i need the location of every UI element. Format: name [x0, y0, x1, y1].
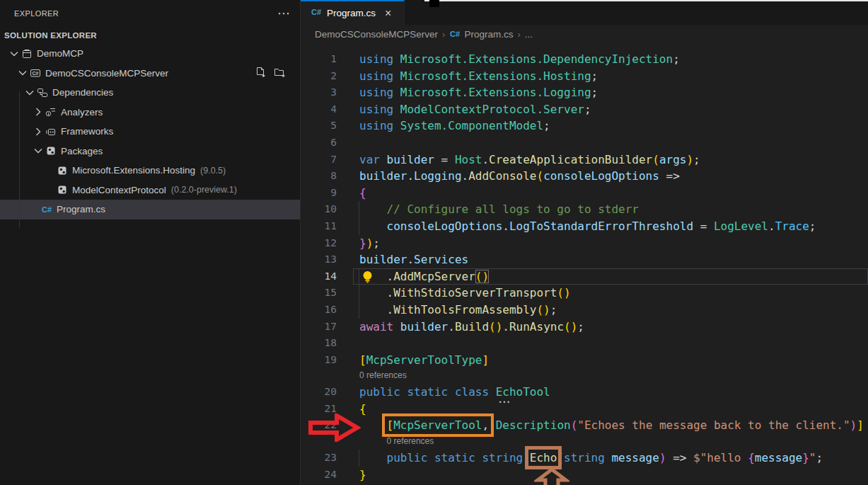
- line-number: 16: [301, 302, 337, 319]
- more-actions-icon[interactable]: ⋯: [277, 10, 290, 17]
- chevron-down-icon: [24, 87, 35, 98]
- breadcrumb: DemoCSConsoleMCPServer›C#Program.cs›...: [301, 25, 868, 43]
- codelens-references[interactable]: 0 references: [301, 434, 868, 450]
- tree-item-microsoft-extensions-hosting[interactable]: Microsoft.Extensions.Hosting(9.0.5): [0, 161, 300, 181]
- package-version: (9.0.5): [200, 166, 226, 176]
- line-number: 23: [301, 450, 337, 467]
- code-line-content: consoleLogOptions.LogToStandardErrorThre…: [359, 218, 816, 235]
- window-top-edge: [424, 0, 868, 1]
- line-number: 10: [301, 201, 337, 218]
- tree-item-program-cs[interactable]: C#Program.cs: [0, 200, 300, 219]
- tree-item-label: Packages: [61, 146, 103, 156]
- line-number: 3: [301, 84, 337, 101]
- code-line-content: using Microsoft.Extensions.DependencyInj…: [359, 51, 680, 68]
- chevron-down-icon: [8, 48, 20, 59]
- code-line-3[interactable]: 3using Microsoft.Extensions.Logging;: [301, 84, 868, 101]
- lightbulb-icon[interactable]: [361, 270, 374, 283]
- code-line-content: });: [359, 235, 380, 252]
- code-line-21[interactable]: 21{: [301, 401, 868, 418]
- code-line-24[interactable]: 24}: [301, 467, 868, 484]
- new-folder-button[interactable]: [273, 67, 286, 80]
- explorer-sidebar: EXPLORER ⋯ SOLUTION EXPLORER DemoMCPC#De…: [0, 0, 301, 485]
- codelens-references[interactable]: 0 references: [301, 368, 868, 384]
- line-number: 4: [301, 101, 337, 118]
- code-line-17[interactable]: 17await builder.Build().RunAsync();: [301, 319, 868, 336]
- code-line-10[interactable]: 10 // Configure all logs to go to stderr: [301, 201, 868, 218]
- code-line-content: builder.Services: [359, 251, 468, 268]
- code-line-12[interactable]: 12});: [301, 235, 868, 252]
- code-line-content: builder.Logging.AddConsole(consoleLogOpt…: [359, 168, 680, 185]
- tree-item-demomcp[interactable]: DemoMCP: [0, 44, 300, 64]
- code-line-18[interactable]: 18: [301, 335, 868, 352]
- code-line-content: using Microsoft.Extensions.Hosting;: [359, 68, 598, 85]
- indent-guide: [359, 268, 359, 285]
- tab-label: Program.cs: [327, 8, 376, 18]
- chevron-down-icon[interactable]: [31, 145, 45, 156]
- orange-box-annotation: [McpServerTool,: [387, 418, 490, 432]
- line-number: 7: [301, 152, 337, 169]
- chevron-down-icon[interactable]: [23, 87, 37, 98]
- tree-item-label: Dependencies: [52, 87, 113, 98]
- chevron-down-icon[interactable]: [16, 67, 30, 79]
- line-number: 19: [301, 352, 337, 369]
- chevron-right-icon[interactable]: [31, 126, 45, 137]
- csharp-icon: C#: [449, 28, 461, 40]
- code-line-8[interactable]: 8builder.Logging.AddConsole(consoleLogOp…: [301, 168, 868, 185]
- breadcrumb-item[interactable]: DemoCSConsoleMCPServer: [315, 29, 438, 40]
- chevron-down-icon[interactable]: [7, 48, 21, 59]
- tree-item-analyzers[interactable]: Analyzers: [0, 103, 300, 122]
- breadcrumb-item[interactable]: C#Program.cs: [449, 28, 513, 40]
- code-line-5[interactable]: 5using System.ComponentModel;: [301, 118, 868, 135]
- line-number: 5: [301, 118, 337, 135]
- tab-program-cs[interactable]: C# Program.cs ×: [301, 0, 405, 25]
- code-line-16[interactable]: 16 .WithToolsFromAssembly();: [301, 302, 868, 319]
- tree-item-packages[interactable]: Packages: [0, 142, 300, 161]
- code-editor[interactable]: 1using Microsoft.Extensions.DependencyIn…: [301, 43, 868, 485]
- code-line-content: public static string Echo(string message…: [359, 450, 823, 467]
- breadcrumb-item[interactable]: ...: [525, 29, 533, 40]
- package-icon: [57, 184, 68, 195]
- code-line-7[interactable]: 7var builder = Host.CreateApplicationBui…: [301, 152, 868, 169]
- tree-item-label: DemoCSConsoleMCPServer: [45, 68, 168, 79]
- code-line-1[interactable]: 1using Microsoft.Extensions.DependencyIn…: [301, 51, 868, 68]
- code-line-2[interactable]: 2using Microsoft.Extensions.Hosting;: [301, 68, 868, 85]
- code-line-15[interactable]: 15 .WithStdioServerTransport(): [301, 285, 868, 302]
- tan-up-arrow-annotation: [534, 468, 569, 485]
- tree-item-label: Analyzers: [61, 107, 103, 118]
- tree-item-label: Frameworks: [61, 126, 113, 137]
- close-icon[interactable]: ×: [385, 7, 391, 20]
- solution-explorer-section-header[interactable]: SOLUTION EXPLORER: [0, 27, 300, 44]
- indent-guide: [359, 302, 359, 319]
- tree-item-democsconsolemcpserver[interactable]: C#DemoCSConsoleMCPServer: [0, 64, 300, 84]
- code-line-23[interactable]: 23 public static string Echo(string mess…: [301, 450, 868, 467]
- solution-tree: DemoMCPC#DemoCSConsoleMCPServerDependenc…: [0, 44, 300, 219]
- tree-item-modelcontextprotocol[interactable]: ModelContextProtocol(0.2.0-preview.1): [0, 181, 300, 200]
- csharp-icon: C#: [41, 204, 52, 215]
- code-line-13[interactable]: 13builder.Services: [301, 251, 868, 268]
- line-number: 17: [301, 319, 337, 336]
- line-number: 9: [301, 185, 337, 202]
- code-line-4[interactable]: 4using ModelContextProtocol.Server;: [301, 101, 868, 118]
- lightbulb-icon: [361, 270, 374, 283]
- svg-text:C#: C#: [33, 71, 39, 76]
- code-line-14[interactable]: 14 .AddMcpServer(): [301, 268, 868, 285]
- chevron-right-icon[interactable]: [31, 106, 45, 118]
- code-line-20[interactable]: 20public static class EchoTool: [301, 384, 868, 401]
- line-number: 12: [301, 235, 337, 252]
- code-line-9[interactable]: 9{: [301, 185, 868, 202]
- svg-text:C#: C#: [450, 30, 460, 38]
- code-line-content: .AddMcpServer(): [359, 268, 489, 285]
- code-line-11[interactable]: 11 consoleLogOptions.LogToStandardErrorT…: [301, 218, 868, 235]
- package-icon: [57, 165, 68, 176]
- line-number: 11: [301, 218, 337, 235]
- code-line-6[interactable]: 6: [301, 135, 868, 152]
- code-line-19[interactable]: 19[McpServerToolType]: [301, 352, 868, 369]
- new-file-button[interactable]: [255, 67, 266, 80]
- code-line-22[interactable]: 22 [McpServerTool, Description("Echoes t…: [301, 417, 868, 434]
- tree-item-dependencies[interactable]: Dependencies: [0, 83, 300, 103]
- code-line-content: using System.ComponentModel;: [359, 118, 550, 135]
- indent-guide: [359, 285, 359, 302]
- line-number: 20: [301, 384, 337, 401]
- tree-indent-guide: [19, 91, 20, 227]
- tree-item-frameworks[interactable]: Frameworks: [0, 122, 300, 142]
